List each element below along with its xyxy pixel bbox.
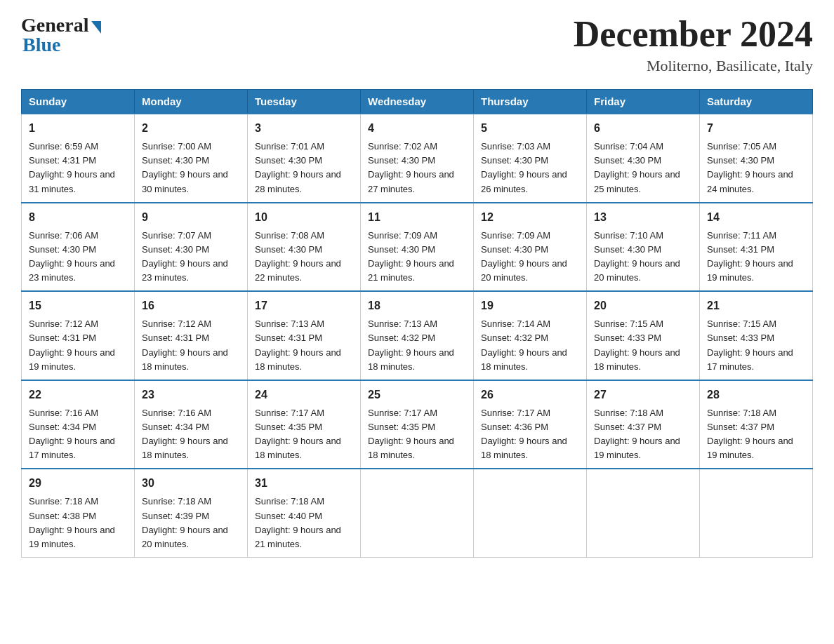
- day-info: Sunrise: 7:15 AMSunset: 4:33 PMDaylight:…: [594, 317, 692, 374]
- day-number: 28: [707, 387, 805, 403]
- day-info: Sunrise: 7:07 AMSunset: 4:30 PMDaylight:…: [142, 229, 240, 286]
- weekday-header-monday: Monday: [135, 90, 248, 114]
- day-info: Sunrise: 7:12 AMSunset: 4:31 PMDaylight:…: [29, 317, 127, 374]
- calendar-day-cell: 5Sunrise: 7:03 AMSunset: 4:30 PMDaylight…: [474, 114, 587, 203]
- day-number: 2: [142, 120, 240, 137]
- day-number: 7: [707, 120, 805, 137]
- day-info: Sunrise: 7:18 AMSunset: 4:37 PMDaylight:…: [707, 406, 805, 463]
- day-info: Sunrise: 6:59 AMSunset: 4:31 PMDaylight:…: [29, 140, 127, 196]
- calendar-day-cell: 9Sunrise: 7:07 AMSunset: 4:30 PMDaylight…: [135, 203, 248, 292]
- calendar-week-row: 15Sunrise: 7:12 AMSunset: 4:31 PMDayligh…: [22, 291, 813, 380]
- day-number: 3: [255, 120, 353, 137]
- calendar-header-row: SundayMondayTuesdayWednesdayThursdayFrid…: [22, 90, 813, 114]
- page-header: General Blue December 2024 Moliterno, Ba…: [21, 14, 813, 75]
- calendar-day-cell: 18Sunrise: 7:13 AMSunset: 4:32 PMDayligh…: [361, 291, 474, 380]
- day-number: 10: [255, 209, 353, 226]
- calendar-day-cell: 11Sunrise: 7:09 AMSunset: 4:30 PMDayligh…: [361, 203, 474, 292]
- calendar-table: SundayMondayTuesdayWednesdayThursdayFrid…: [21, 89, 813, 558]
- day-number: 1: [29, 120, 127, 137]
- day-number: 21: [707, 297, 805, 314]
- logo: General Blue: [21, 14, 101, 56]
- calendar-day-cell: 24Sunrise: 7:17 AMSunset: 4:35 PMDayligh…: [248, 380, 361, 469]
- day-number: 8: [29, 209, 127, 226]
- day-info: Sunrise: 7:16 AMSunset: 4:34 PMDaylight:…: [142, 406, 240, 463]
- calendar-day-cell: 23Sunrise: 7:16 AMSunset: 4:34 PMDayligh…: [135, 380, 248, 469]
- weekday-header-sunday: Sunday: [22, 90, 135, 114]
- calendar-day-cell: 1Sunrise: 6:59 AMSunset: 4:31 PMDaylight…: [22, 114, 135, 203]
- day-number: 31: [255, 475, 353, 492]
- day-info: Sunrise: 7:14 AMSunset: 4:32 PMDaylight:…: [481, 317, 579, 374]
- empty-cell: [361, 469, 474, 557]
- day-info: Sunrise: 7:00 AMSunset: 4:30 PMDaylight:…: [142, 140, 240, 196]
- calendar-day-cell: 28Sunrise: 7:18 AMSunset: 4:37 PMDayligh…: [700, 380, 813, 469]
- calendar-day-cell: 20Sunrise: 7:15 AMSunset: 4:33 PMDayligh…: [587, 291, 700, 380]
- calendar-day-cell: 4Sunrise: 7:02 AMSunset: 4:30 PMDaylight…: [361, 114, 474, 203]
- day-number: 29: [29, 475, 127, 492]
- day-info: Sunrise: 7:17 AMSunset: 4:36 PMDaylight:…: [481, 406, 579, 463]
- day-number: 6: [594, 120, 692, 137]
- day-info: Sunrise: 7:13 AMSunset: 4:31 PMDaylight:…: [255, 317, 353, 374]
- day-info: Sunrise: 7:05 AMSunset: 4:30 PMDaylight:…: [707, 140, 805, 196]
- day-number: 22: [29, 387, 127, 403]
- empty-cell: [474, 469, 587, 557]
- day-info: Sunrise: 7:13 AMSunset: 4:32 PMDaylight:…: [368, 317, 466, 374]
- weekday-header-saturday: Saturday: [700, 90, 813, 114]
- calendar-day-cell: 12Sunrise: 7:09 AMSunset: 4:30 PMDayligh…: [474, 203, 587, 292]
- day-info: Sunrise: 7:17 AMSunset: 4:35 PMDaylight:…: [368, 406, 466, 463]
- calendar-day-cell: 25Sunrise: 7:17 AMSunset: 4:35 PMDayligh…: [361, 380, 474, 469]
- calendar-day-cell: 17Sunrise: 7:13 AMSunset: 4:31 PMDayligh…: [248, 291, 361, 380]
- day-info: Sunrise: 7:18 AMSunset: 4:40 PMDaylight:…: [255, 495, 353, 551]
- calendar-week-row: 29Sunrise: 7:18 AMSunset: 4:38 PMDayligh…: [22, 469, 813, 557]
- calendar-week-row: 22Sunrise: 7:16 AMSunset: 4:34 PMDayligh…: [22, 380, 813, 469]
- calendar-day-cell: 27Sunrise: 7:18 AMSunset: 4:37 PMDayligh…: [587, 380, 700, 469]
- calendar-day-cell: 3Sunrise: 7:01 AMSunset: 4:30 PMDaylight…: [248, 114, 361, 203]
- day-number: 9: [142, 209, 240, 226]
- day-info: Sunrise: 7:18 AMSunset: 4:38 PMDaylight:…: [29, 495, 127, 551]
- day-info: Sunrise: 7:12 AMSunset: 4:31 PMDaylight:…: [142, 317, 240, 374]
- day-number: 19: [481, 297, 579, 314]
- day-number: 25: [368, 387, 466, 403]
- calendar-day-cell: 29Sunrise: 7:18 AMSunset: 4:38 PMDayligh…: [22, 469, 135, 557]
- calendar-day-cell: 26Sunrise: 7:17 AMSunset: 4:36 PMDayligh…: [474, 380, 587, 469]
- day-number: 15: [29, 297, 127, 314]
- day-info: Sunrise: 7:15 AMSunset: 4:33 PMDaylight:…: [707, 317, 805, 374]
- day-number: 18: [368, 297, 466, 314]
- calendar-week-row: 8Sunrise: 7:06 AMSunset: 4:30 PMDaylight…: [22, 203, 813, 292]
- calendar-day-cell: 16Sunrise: 7:12 AMSunset: 4:31 PMDayligh…: [135, 291, 248, 380]
- day-info: Sunrise: 7:08 AMSunset: 4:30 PMDaylight:…: [255, 229, 353, 286]
- day-number: 11: [368, 209, 466, 226]
- calendar-week-row: 1Sunrise: 6:59 AMSunset: 4:31 PMDaylight…: [22, 114, 813, 203]
- month-title: December 2024: [574, 14, 813, 54]
- day-info: Sunrise: 7:17 AMSunset: 4:35 PMDaylight:…: [255, 406, 353, 463]
- day-info: Sunrise: 7:03 AMSunset: 4:30 PMDaylight:…: [481, 140, 579, 196]
- weekday-header-tuesday: Tuesday: [248, 90, 361, 114]
- empty-cell: [587, 469, 700, 557]
- day-info: Sunrise: 7:06 AMSunset: 4:30 PMDaylight:…: [29, 229, 127, 286]
- day-info: Sunrise: 7:09 AMSunset: 4:30 PMDaylight:…: [368, 229, 466, 286]
- day-number: 20: [594, 297, 692, 314]
- calendar-day-cell: 19Sunrise: 7:14 AMSunset: 4:32 PMDayligh…: [474, 291, 587, 380]
- calendar-day-cell: 30Sunrise: 7:18 AMSunset: 4:39 PMDayligh…: [135, 469, 248, 557]
- calendar-day-cell: 15Sunrise: 7:12 AMSunset: 4:31 PMDayligh…: [22, 291, 135, 380]
- logo-blue-text: Blue: [21, 34, 60, 56]
- day-info: Sunrise: 7:09 AMSunset: 4:30 PMDaylight:…: [481, 229, 579, 286]
- calendar-day-cell: 22Sunrise: 7:16 AMSunset: 4:34 PMDayligh…: [22, 380, 135, 469]
- day-info: Sunrise: 7:04 AMSunset: 4:30 PMDaylight:…: [594, 140, 692, 196]
- calendar-day-cell: 21Sunrise: 7:15 AMSunset: 4:33 PMDayligh…: [700, 291, 813, 380]
- day-number: 14: [707, 209, 805, 226]
- day-number: 27: [594, 387, 692, 403]
- day-number: 26: [481, 387, 579, 403]
- calendar-day-cell: 31Sunrise: 7:18 AMSunset: 4:40 PMDayligh…: [248, 469, 361, 557]
- calendar-day-cell: 7Sunrise: 7:05 AMSunset: 4:30 PMDaylight…: [700, 114, 813, 203]
- location-text: Moliterno, Basilicate, Italy: [574, 57, 813, 75]
- weekday-header-wednesday: Wednesday: [361, 90, 474, 114]
- day-info: Sunrise: 7:11 AMSunset: 4:31 PMDaylight:…: [707, 229, 805, 286]
- day-info: Sunrise: 7:01 AMSunset: 4:30 PMDaylight:…: [255, 140, 353, 196]
- day-number: 5: [481, 120, 579, 137]
- day-number: 13: [594, 209, 692, 226]
- day-number: 16: [142, 297, 240, 314]
- empty-cell: [700, 469, 813, 557]
- day-info: Sunrise: 7:02 AMSunset: 4:30 PMDaylight:…: [368, 140, 466, 196]
- day-info: Sunrise: 7:18 AMSunset: 4:37 PMDaylight:…: [594, 406, 692, 463]
- day-info: Sunrise: 7:10 AMSunset: 4:30 PMDaylight:…: [594, 229, 692, 286]
